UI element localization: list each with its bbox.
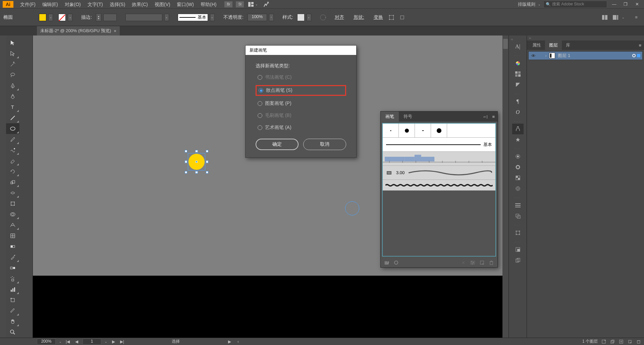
dock-gripper[interactable]: ┈┈┈ [511,92,525,95]
dock-align-icon[interactable] [512,200,524,211]
brush-thumb[interactable] [431,124,447,137]
tab-properties[interactable]: 属性 [528,41,545,50]
pen-tool[interactable] [6,80,19,91]
style-dropdown[interactable]: ⌄ [307,14,311,21]
last-artboard-button[interactable]: ▶| [119,339,125,344]
artboard-dropdown-icon[interactable]: ⌄ [105,340,107,343]
symbol-sprayer-tool[interactable] [6,273,19,284]
dock-pathfinder-icon[interactable] [512,211,524,221]
opacity-input[interactable]: 100% [248,14,267,21]
search-input[interactable]: 🔍 搜索 Adobe Stock [543,1,607,8]
transform-label[interactable]: 变换 [374,14,383,20]
dock-paragraph-icon[interactable]: ¶ [512,96,524,107]
new-layer-icon[interactable] [627,339,633,344]
next-artboard-button[interactable]: ▶ [111,339,116,344]
locate-layer-icon[interactable] [601,339,606,344]
panel-menu-icon[interactable]: ≡ [632,13,641,22]
brush-calligraphic-row[interactable]: 3.00 [383,166,495,180]
brush-thumb[interactable] [383,124,399,137]
tab-layers[interactable]: 图层 [545,41,562,50]
radio-scatter[interactable]: 散点画笔 (S) [256,85,346,96]
stroke-dropdown[interactable]: ⌄ [68,14,72,21]
width-tool[interactable] [6,188,19,198]
dock-color-guide-icon[interactable] [512,79,524,90]
menu-object[interactable]: 对象(O) [61,0,84,9]
radio-art[interactable]: 艺术画笔 (A) [256,123,346,132]
gpu-icon[interactable] [263,1,270,8]
ok-button[interactable]: 确定 [256,139,299,150]
hand-tool[interactable] [6,316,19,327]
menu-window[interactable]: 窗口(W) [173,0,197,9]
dock-gripper[interactable]: ┈┈┈ [511,196,525,199]
zoom-tool[interactable] [6,327,19,338]
line-tool[interactable] [6,113,19,123]
delete-brush-icon[interactable] [488,259,495,266]
shaper-tool[interactable] [6,145,19,155]
menu-view[interactable]: 视图(V) [151,0,174,9]
eraser-tool[interactable] [6,155,19,166]
eyedropper-tool[interactable] [6,252,19,263]
zoom-input[interactable]: 200% [37,339,56,345]
dock-gripper[interactable]: ┈┈┈ [511,147,525,150]
dock-gripper[interactable]: ┈┈┈ [511,54,525,57]
dock-stroke-icon[interactable] [512,162,524,172]
rotate-tool[interactable] [6,166,19,177]
delete-layer-icon[interactable] [636,339,641,344]
maximize-button[interactable]: ❐ [621,1,630,8]
magic-wand-tool[interactable] [6,59,19,70]
radio-icon[interactable] [259,88,263,93]
dock-opentype-icon[interactable]: O [512,107,524,118]
dock-character-icon[interactable]: A| [512,41,524,52]
perspective-tool[interactable] [6,220,19,230]
minimize-button[interactable]: — [610,1,619,8]
column-graph-tool[interactable] [6,284,19,295]
dock-transform-icon[interactable] [512,227,524,238]
dock-swatches-icon[interactable] [512,69,524,79]
dock-gripper[interactable]: ┈┈┈ [511,223,525,227]
new-brush-icon[interactable] [479,259,485,266]
brush-dropdown[interactable]: ⌄ [210,14,215,21]
prev-artboard-button[interactable]: ◀ [74,339,79,344]
slice-tool[interactable] [6,305,19,316]
stroke-profile[interactable] [125,14,162,21]
layer-visibility-icon[interactable] [531,53,536,58]
brush-art-row[interactable] [383,180,495,191]
stroke-swatch[interactable] [58,14,66,21]
cancel-button[interactable]: 取消 [303,139,346,150]
dock-gripper[interactable]: ┈┈┈ [511,240,525,244]
mesh-tool[interactable] [6,230,19,241]
essentials-icon[interactable] [600,13,609,22]
zoom-dropdown-icon[interactable]: ⌄ [59,340,62,343]
panel-collapse-icon[interactable]: ›› | [481,115,489,119]
brush-thumb[interactable] [415,124,431,137]
menu-select[interactable]: 选择(S) [106,0,129,9]
opacity-dropdown[interactable]: › [269,14,274,21]
type-tool[interactable]: T [6,102,19,113]
artboard-input[interactable]: 1 [83,339,101,345]
options-icon[interactable] [469,259,476,266]
stroke-weight-stepper[interactable]: ▲▼ [96,13,101,21]
isolate-icon[interactable] [398,13,407,22]
status-play-icon[interactable]: ▶ [227,339,232,344]
selection-tool[interactable] [6,38,19,48]
dock-asset-export-icon[interactable] [512,244,524,255]
first-artboard-button[interactable]: |◀ [65,339,70,344]
workspace-icon[interactable] [611,13,620,22]
bridge-icon[interactable]: Br [224,1,232,7]
paintbrush-tool[interactable] [6,134,19,145]
rpanel-collapse-icon[interactable]: ‹‹ [527,36,644,41]
layer-expand-icon[interactable]: › [545,54,546,58]
vertical-scrollbar[interactable] [502,36,508,338]
menu-effect[interactable]: 效果(C) [128,0,151,9]
dock-color-icon[interactable] [512,58,524,69]
layer-name[interactable]: 图层 1 [558,53,570,59]
align-label[interactable]: 对齐 [335,14,344,20]
close-button[interactable]: ✕ [633,1,641,8]
layer-target-icon[interactable] [632,54,636,57]
gradient-tool[interactable] [6,241,19,252]
fill-dropdown[interactable]: ⌄ [48,14,53,21]
document-tab[interactable]: 未标题-2* @ 200% (RGB/GPU 预览) × [37,26,120,36]
typeset-rules-button[interactable]: 排版规则 [518,1,535,7]
brush-definition[interactable]: 基本 [178,14,208,21]
ellipse-tool[interactable] [6,123,19,134]
